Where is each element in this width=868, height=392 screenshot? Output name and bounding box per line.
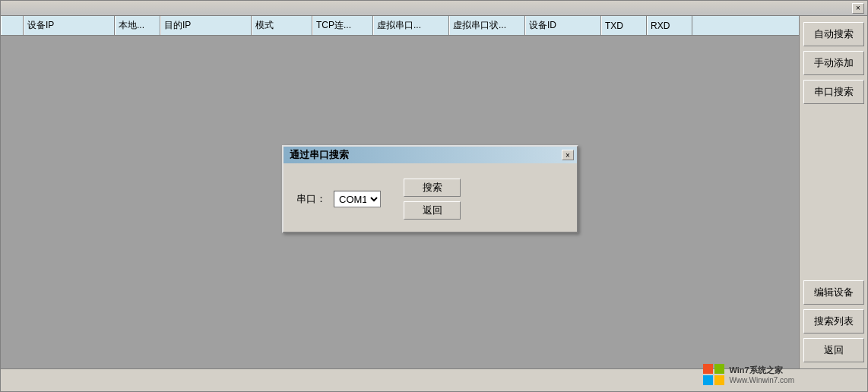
dialog-close-button[interactable]: × — [562, 150, 574, 160]
main-window: × 设备IP 本地... 目的IP 模式 TCP连... 虚拟串口... 虚拟串… — [0, 0, 868, 392]
dialog-back-button[interactable]: 返回 — [404, 201, 461, 220]
serial-label: 串口： — [296, 192, 326, 206]
serial-search-dialog: 通过串口搜索 × 串口： COM1 COM2 COM3 COM4 — [282, 145, 578, 233]
dialog-title: 通过串口搜索 — [290, 148, 349, 162]
dialog-serial-row: 串口： COM1 COM2 COM3 COM4 搜索 返回 — [296, 179, 565, 220]
dialog-title-bar: 通过串口搜索 × — [284, 147, 577, 163]
modal-overlay: 通过串口搜索 × 串口： COM1 COM2 COM3 COM4 — [1, 1, 867, 391]
serial-select[interactable]: COM1 COM2 COM3 COM4 — [334, 191, 380, 207]
dialog-content: 串口： COM1 COM2 COM3 COM4 搜索 返回 — [284, 163, 577, 232]
dialog-buttons: 搜索 返回 — [404, 179, 461, 220]
dialog-search-button[interactable]: 搜索 — [404, 179, 461, 197]
serial-select-wrapper[interactable]: COM1 COM2 COM3 COM4 — [334, 191, 381, 207]
